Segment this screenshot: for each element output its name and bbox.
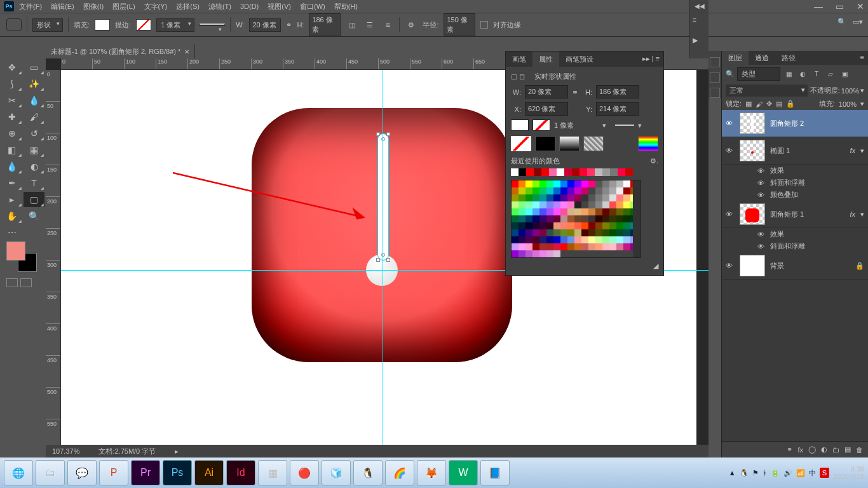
healing-tool[interactable]: ✚◢ (1, 109, 22, 125)
swatch[interactable] (609, 187, 616, 194)
swatch[interactable] (560, 187, 567, 194)
panel-expand-icon[interactable]: ▸▸ | ≡ (639, 51, 663, 67)
swatch[interactable] (532, 215, 539, 222)
swatch[interactable] (560, 208, 567, 215)
swatch[interactable] (526, 180, 532, 187)
color-picker[interactable] (6, 241, 38, 273)
stroke-swatch[interactable] (136, 19, 151, 30)
swatch[interactable] (588, 208, 595, 215)
align-icon[interactable]: ☰ (363, 18, 376, 31)
prop-h-input[interactable]: 186 像素 (596, 85, 639, 98)
stroke-width-dd[interactable]: ▾ (602, 121, 611, 130)
link-wh-icon[interactable]: ⚭ (286, 21, 292, 29)
swatch[interactable] (588, 194, 595, 201)
crop-tool[interactable]: ✂◢ (1, 93, 22, 108)
gear-icon[interactable]: ⚙ (405, 18, 417, 31)
tab-layers[interactable]: 图层 (722, 51, 749, 65)
swatch[interactable] (553, 187, 560, 194)
prop-y-input[interactable]: 214 像素 (596, 102, 639, 116)
maximize-button[interactable]: ▭ (836, 1, 844, 11)
layer-thumb[interactable] (740, 255, 765, 276)
menu-file[interactable]: 文件(F) (19, 2, 42, 11)
visibility-icon[interactable]: 👁 (726, 210, 735, 218)
swatch[interactable] (574, 194, 581, 201)
lock-all-icon[interactable]: 🔒 (786, 100, 795, 108)
fill-opacity-value[interactable]: 100% (839, 100, 857, 108)
swatch[interactable] (546, 180, 553, 187)
swatch[interactable] (574, 222, 581, 229)
panel-resize-grip[interactable]: ◢ (511, 262, 658, 270)
document-tab[interactable]: 未标题-1 @ 107% (圆角矩形 2, RGB/8#) * ✕ (46, 44, 195, 59)
swatch[interactable] (553, 194, 560, 201)
swatch[interactable] (581, 243, 588, 250)
swatch[interactable] (512, 250, 519, 257)
shape-mode-dropdown[interactable]: 形状 (32, 18, 63, 32)
tray-flag-icon[interactable]: ⚑ (752, 469, 759, 477)
side-swatches-icon[interactable] (710, 72, 720, 83)
swatch[interactable] (602, 201, 609, 208)
link-icon[interactable]: ⚭ (572, 88, 578, 97)
lock-trans-icon[interactable]: ▦ (745, 100, 752, 108)
swatch[interactable] (532, 222, 539, 229)
fx-effects-2[interactable]: 👁效果 (722, 228, 868, 240)
swatch[interactable] (539, 243, 546, 250)
visibility-icon[interactable]: 👁 (726, 147, 735, 154)
taskbar-illustrator[interactable]: Ai (194, 460, 224, 485)
swatch[interactable] (581, 215, 588, 222)
swatch[interactable] (546, 194, 553, 201)
tab-brush-preset[interactable]: 画笔预设 (559, 51, 600, 67)
zoom-tool[interactable]: 🔍 (24, 208, 44, 224)
tray-volume-icon[interactable]: 🔊 (783, 469, 792, 477)
swatch[interactable] (526, 222, 532, 229)
doc-info-arrow[interactable]: ▸ (175, 447, 179, 456)
tab-paths[interactable]: 路径 (775, 51, 802, 65)
taskbar-wps[interactable]: W (449, 460, 478, 485)
taskbar-wechat[interactable]: 💬 (67, 460, 97, 485)
fx-effects[interactable]: 👁效果 (722, 165, 868, 177)
visibility-icon[interactable]: 👁 (726, 262, 735, 269)
taskbar-explorer[interactable]: 🗂 (36, 460, 65, 485)
swatch[interactable] (526, 168, 534, 176)
swatch[interactable] (616, 236, 623, 243)
swatch[interactable] (581, 180, 588, 187)
ruler-vertical[interactable]: 050100150200250300350400450500550600650 (46, 70, 61, 458)
expand-left-icon[interactable]: ◀◀ (695, 3, 705, 10)
swatch[interactable] (567, 194, 574, 201)
tab-close-icon[interactable]: ✕ (184, 48, 189, 55)
lasso-tool[interactable]: ⟆◢ (1, 76, 22, 92)
swatch[interactable] (546, 236, 553, 243)
taskbar-qq[interactable]: 🐧 (353, 460, 383, 485)
swatch[interactable] (574, 187, 581, 194)
swatch[interactable] (532, 229, 539, 236)
swatch[interactable] (519, 229, 526, 236)
swatch[interactable] (595, 243, 602, 250)
prop-stroke-width[interactable]: 1 像素 (554, 121, 599, 130)
swatch[interactable] (588, 187, 595, 194)
swatch[interactable] (574, 243, 581, 250)
lock-pos-icon[interactable]: ✥ (766, 100, 772, 108)
swatch[interactable] (560, 194, 567, 201)
swatch[interactable] (560, 222, 567, 229)
fx-badge[interactable]: fx (850, 210, 855, 218)
swatch[interactable] (512, 236, 519, 243)
swatch[interactable] (623, 187, 630, 194)
swatch[interactable] (581, 187, 588, 194)
swatch[interactable] (602, 208, 609, 215)
tool-preset-icon[interactable] (6, 18, 22, 31)
swatch[interactable] (602, 243, 609, 250)
swatch[interactable] (595, 208, 602, 215)
swatch[interactable] (587, 168, 595, 176)
swatch[interactable] (526, 194, 532, 201)
swatch[interactable] (526, 250, 532, 257)
swatch[interactable] (623, 180, 630, 187)
swatch[interactable] (511, 168, 519, 176)
layer-thumb[interactable] (740, 203, 765, 225)
swatch[interactable] (512, 194, 519, 201)
swatch[interactable] (526, 215, 532, 222)
swatch[interactable] (574, 208, 581, 215)
swatch[interactable] (546, 201, 553, 208)
zoom-level[interactable]: 107.37% (52, 447, 79, 455)
swatch[interactable] (609, 222, 616, 229)
swatch[interactable] (602, 168, 610, 176)
guide-vertical[interactable] (383, 70, 383, 458)
